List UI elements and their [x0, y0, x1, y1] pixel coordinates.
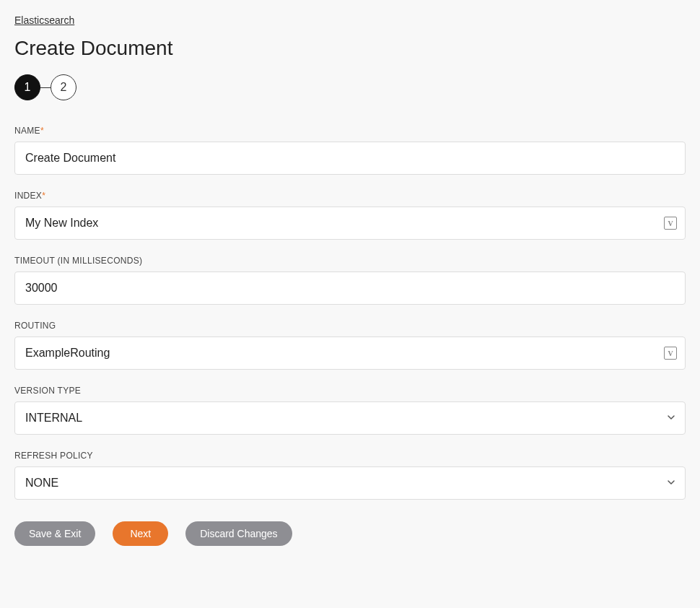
stepper: 1 2: [14, 74, 686, 100]
breadcrumb-link[interactable]: Elasticsearch: [14, 14, 74, 26]
required-asterisk: *: [42, 191, 45, 201]
step-1[interactable]: 1: [14, 74, 40, 100]
variable-icon[interactable]: V: [664, 347, 677, 360]
next-button[interactable]: Next: [113, 521, 168, 546]
index-input[interactable]: [14, 207, 686, 240]
refresh-policy-select[interactable]: [14, 466, 686, 500]
step-2[interactable]: 2: [51, 74, 76, 100]
field-name: NAME*: [14, 126, 686, 175]
field-refresh-policy: REFRESH POLICY: [14, 451, 686, 500]
field-version-type: VERSION TYPE: [14, 386, 686, 435]
field-index: INDEX* V: [14, 191, 686, 240]
required-asterisk: *: [40, 126, 44, 136]
page-title: Create Document: [14, 37, 686, 60]
routing-input[interactable]: [14, 336, 686, 370]
timeout-label: TIMEOUT (IN MILLISECONDS): [14, 256, 686, 266]
timeout-input[interactable]: [14, 272, 686, 305]
version-type-label: VERSION TYPE: [14, 386, 686, 396]
save-exit-button[interactable]: Save & Exit: [14, 521, 95, 546]
version-type-select[interactable]: [14, 401, 686, 435]
name-label: NAME*: [14, 126, 686, 136]
button-row: Save & Exit Next Discard Changes: [14, 521, 686, 546]
step-connector: [40, 87, 51, 88]
routing-label: ROUTING: [14, 321, 686, 331]
name-input[interactable]: [14, 142, 686, 175]
index-label: INDEX*: [14, 191, 686, 201]
variable-icon[interactable]: V: [664, 217, 677, 230]
field-timeout: TIMEOUT (IN MILLISECONDS): [14, 256, 686, 305]
field-routing: ROUTING V: [14, 321, 686, 370]
discard-changes-button[interactable]: Discard Changes: [185, 521, 292, 546]
refresh-policy-label: REFRESH POLICY: [14, 451, 686, 461]
